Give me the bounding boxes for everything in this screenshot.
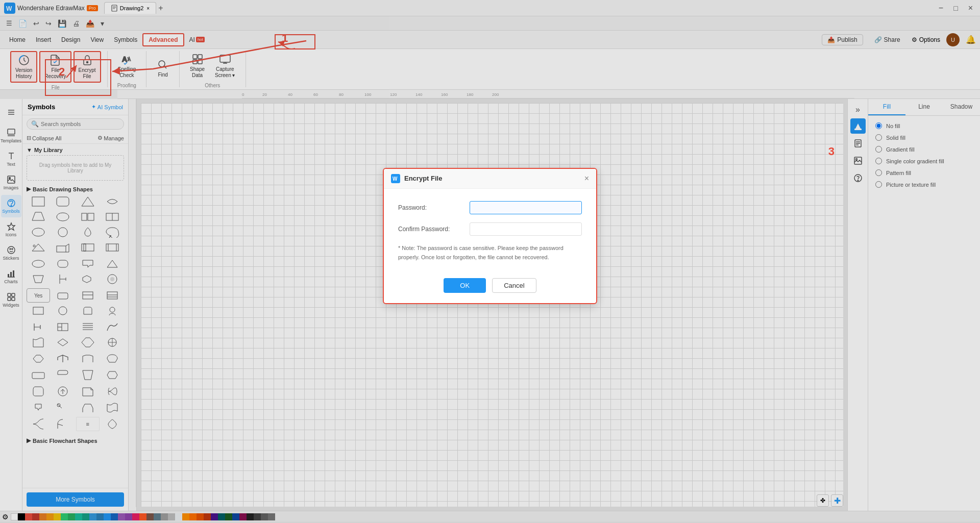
ok-btn[interactable]: OK [444, 278, 486, 293]
dialog-footer: OK Cancel [384, 278, 596, 303]
dialog-header: W Encrypt File × [384, 169, 596, 189]
confirm-password-row: Confirm Password: [398, 222, 582, 236]
password-label: Password: [398, 204, 470, 211]
encrypt-file-dialog: W Encrypt File × Password: Confirm Passw… [383, 168, 597, 304]
confirm-password-input[interactable] [470, 222, 582, 236]
password-row: Password: [398, 201, 582, 214]
svg-text:W: W [393, 176, 398, 182]
dialog-icon: W [391, 174, 400, 183]
dialog-close-btn[interactable]: × [584, 174, 589, 183]
confirm-password-label: Confirm Password: [398, 226, 470, 233]
dialog-body: Password: Confirm Password: * Note: The … [384, 189, 596, 278]
password-input[interactable] [470, 201, 582, 214]
dialog-note: * Note: The password is case sensitive. … [398, 244, 582, 262]
cancel-btn[interactable]: Cancel [492, 278, 536, 293]
dialog-overlay[interactable]: W Encrypt File × Password: Confirm Passw… [0, 0, 980, 523]
annotation-3: 3 [828, 145, 835, 158]
dialog-title: Encrypt File [404, 175, 442, 182]
